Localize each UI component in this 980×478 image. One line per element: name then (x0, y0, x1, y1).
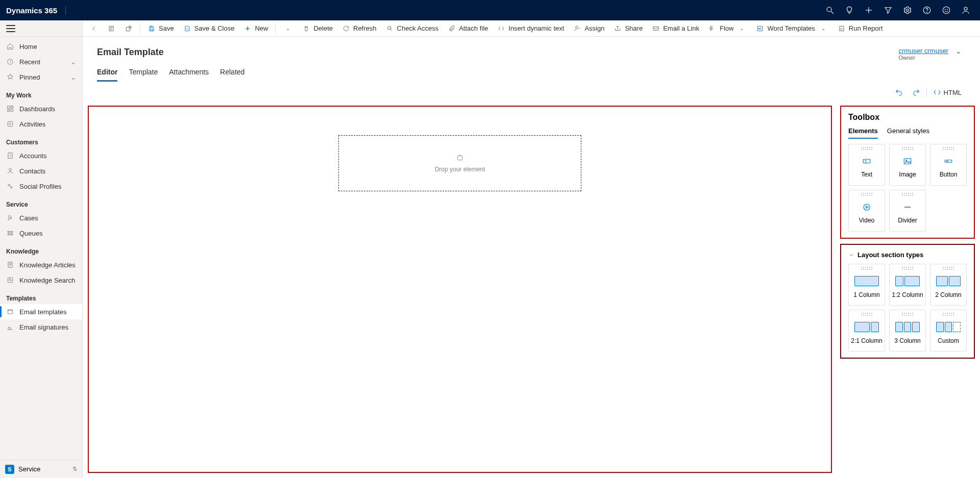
redo-button[interactable] (909, 85, 923, 99)
chevron-down-icon[interactable]: ⌄ (955, 47, 962, 55)
editor-toolbar: HTML (892, 85, 965, 99)
nav-label: Queues (19, 230, 43, 237)
element-image[interactable]: Image (889, 144, 926, 186)
search-icon[interactable] (822, 0, 838, 20)
owner-label: Owner (898, 55, 948, 61)
drop-zone[interactable]: Drop your element (338, 135, 581, 191)
svg-point-8 (945, 9, 945, 10)
nav-label: Knowledge Articles (19, 261, 76, 269)
tab-attachments[interactable]: Attachments (169, 68, 209, 82)
section-knowledge: Knowledge (0, 241, 82, 257)
hamburger-icon[interactable] (6, 25, 15, 32)
saveclose-button[interactable]: Save & Close (179, 20, 239, 37)
updown-icon: ⇅ (72, 466, 77, 472)
help-icon[interactable] (919, 0, 935, 20)
nav-contacts[interactable]: Contacts (0, 163, 82, 179)
user-icon[interactable] (958, 0, 974, 20)
chevron-down-icon: ⌄ (70, 73, 76, 81)
toolbox-tab-styles[interactable]: General styles (887, 127, 929, 139)
svg-rect-14 (11, 109, 13, 111)
nav-ksearch[interactable]: Knowledge Search (0, 272, 82, 288)
svg-point-10 (964, 7, 967, 10)
svg-rect-22 (8, 234, 12, 235)
popout-button[interactable] (120, 20, 137, 37)
element-button[interactable]: Button (930, 144, 967, 186)
record-title: Email Template (97, 47, 164, 58)
layout-3col[interactable]: 3 Column (889, 310, 926, 351)
layout-12col[interactable]: 1:2 Column (889, 264, 926, 306)
nav-emailsignatures[interactable]: Email signatures (0, 319, 82, 335)
dynamic-button[interactable]: Insert dynamic text (493, 20, 568, 37)
panel-button[interactable] (103, 20, 119, 37)
share-button[interactable]: Share (609, 20, 647, 37)
lightbulb-icon[interactable] (841, 0, 857, 20)
tab-editor[interactable]: Editor (97, 68, 117, 82)
layout-21col[interactable]: 2:1 Column (848, 310, 885, 351)
layout-1col[interactable]: 1 Column (848, 264, 885, 306)
nav-socialprofiles[interactable]: Social Profiles (0, 179, 82, 194)
nav-cases[interactable]: Cases (0, 210, 82, 225)
attach-button[interactable]: Attach file (444, 20, 492, 37)
nav-dashboards[interactable]: Dashboards (0, 101, 82, 116)
nav-home[interactable]: Home (0, 39, 82, 54)
save-button[interactable]: Save (143, 20, 178, 37)
svg-rect-30 (151, 29, 153, 31)
gear-icon[interactable] (899, 0, 916, 20)
layout-2col[interactable]: 2 Column (930, 264, 967, 306)
canvas[interactable]: Drop your element (88, 106, 832, 473)
section-templates: Templates (0, 288, 82, 304)
html-button[interactable]: HTML (930, 85, 965, 99)
nav-karticles[interactable]: Knowledge Articles (0, 257, 82, 272)
assign-button[interactable]: Assign (569, 20, 608, 37)
smile-icon[interactable] (938, 0, 954, 20)
svg-rect-12 (8, 106, 10, 109)
nav-accounts[interactable]: Accounts (0, 148, 82, 163)
nav-emailtemplates[interactable]: Email templates (0, 304, 82, 319)
emaillink-button[interactable]: Email a Link (648, 20, 703, 37)
dashboard-icon (6, 105, 14, 113)
drop-hint: Drop your element (435, 166, 485, 173)
nav-recent[interactable]: Recent ⌄ (0, 54, 82, 69)
svg-rect-13 (11, 106, 13, 108)
svg-rect-38 (457, 156, 462, 160)
layout-custom[interactable]: Custom (930, 310, 967, 351)
svg-rect-23 (8, 262, 12, 268)
nav-label: Recent (19, 58, 40, 66)
element-divider[interactable]: Divider (889, 190, 926, 232)
app-switcher[interactable]: S Service ⇅ (0, 460, 82, 478)
wordtemplates-button[interactable]: Word Templates⌄ (752, 20, 832, 37)
new-dropdown[interactable]: ⌄ (279, 20, 297, 37)
new-button[interactable]: New (239, 20, 272, 37)
svg-line-1 (831, 11, 834, 14)
separator (926, 87, 927, 97)
nav-label: Pinned (19, 73, 40, 81)
layout-title[interactable]: Layout section types (848, 251, 967, 259)
wrench-icon (6, 214, 14, 222)
delete-button[interactable]: Delete (298, 20, 337, 37)
layout-3col-icon (895, 322, 920, 332)
nav-pinned[interactable]: Pinned ⌄ (0, 69, 82, 85)
queue-icon (6, 229, 14, 237)
tab-template[interactable]: Template (129, 68, 158, 82)
checkaccess-button[interactable]: Check Access (382, 20, 443, 37)
owner-link[interactable]: crmuser crmuser (898, 47, 948, 55)
nav-activities[interactable]: Activities (0, 116, 82, 132)
back-button[interactable] (86, 20, 102, 37)
undo-button[interactable] (892, 85, 906, 99)
refresh-button[interactable]: Refresh (338, 20, 381, 37)
nav-queues[interactable]: Queues (0, 225, 82, 241)
separator (275, 23, 276, 34)
element-text[interactable]: Text (848, 144, 885, 186)
filter-icon[interactable] (880, 0, 896, 20)
article-icon (6, 261, 14, 269)
nav-label: Home (19, 43, 37, 51)
plus-icon[interactable] (861, 0, 877, 20)
runreport-button[interactable]: Run Report (834, 20, 887, 37)
svg-point-0 (827, 7, 831, 12)
svg-rect-15 (8, 110, 10, 111)
svg-rect-35 (653, 27, 659, 30)
flow-button[interactable]: Flow⌄ (704, 20, 751, 37)
tab-related[interactable]: Related (220, 68, 244, 82)
element-video[interactable]: Video (848, 190, 885, 232)
toolbox-tab-elements[interactable]: Elements (848, 127, 878, 139)
